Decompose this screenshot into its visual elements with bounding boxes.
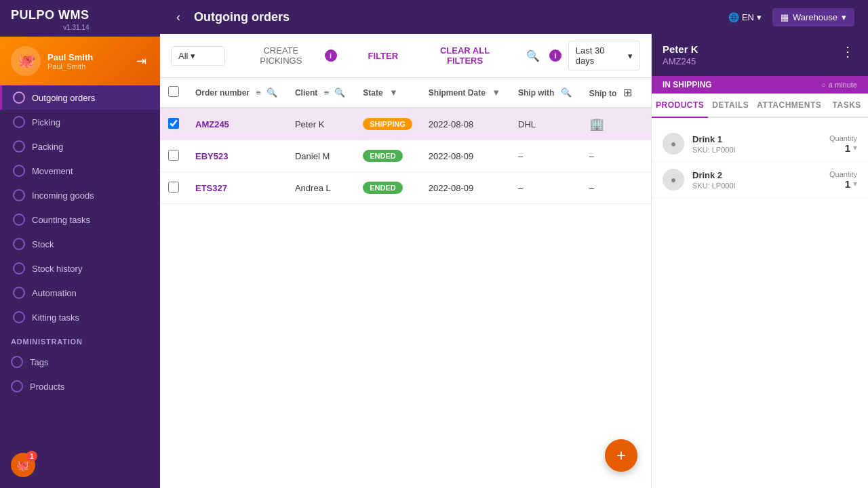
sidebar-item-tags[interactable]: Tags: [0, 350, 160, 374]
sidebar-item-products[interactable]: Products: [0, 374, 160, 399]
tags-icon: [11, 356, 23, 368]
sidebar-item-outgoing-orders[interactable]: Outgoing orders: [0, 85, 160, 110]
sidebar-item-label-kitting-tasks: Kitting tasks: [32, 312, 79, 323]
bottom-user-avatar[interactable]: 🐙 1: [11, 453, 35, 477]
sidebar-item-stock-history[interactable]: Stock history: [0, 256, 160, 281]
ship-to-cell: –: [581, 140, 642, 172]
date-range-label: Last 30 days: [576, 45, 625, 66]
sidebar-nav: Outgoing orders Picking Packing Movement…: [0, 85, 160, 329]
table-row[interactable]: ETS327 Andrea L ENDED 2022-08-09 – – ⋮: [160, 172, 651, 204]
row-checkbox-cell: [160, 172, 187, 204]
product-item: ● Drink 2 SKU: LP000I Quantity 1 ▾: [652, 162, 868, 198]
sidebar-item-packing[interactable]: Packing: [0, 134, 160, 159]
status-time: ○ a minute: [821, 81, 857, 89]
warehouse-icon: ▦: [781, 12, 789, 22]
sidebar-item-label-stock-history: Stock history: [32, 264, 82, 274]
create-pickings-button[interactable]: CREATE PICKINGS i: [232, 41, 347, 70]
clear-filters-button[interactable]: CLEAR ALL FILTERS: [413, 41, 517, 70]
col-header-order-number: Order number ≡ 🔍: [187, 78, 287, 108]
globe-icon: 🌐: [728, 12, 739, 22]
detail-tab-details[interactable]: DETAILS: [708, 94, 753, 118]
filter-dropdown[interactable]: All ▾: [171, 46, 225, 66]
sidebar-item-kitting-tasks[interactable]: Kitting tasks: [0, 305, 160, 329]
select-all-header: [160, 78, 187, 108]
sidebar-item-counting-tasks[interactable]: Counting tasks: [0, 207, 160, 232]
app-title: PULPO WMS: [11, 8, 90, 22]
lang-label: EN: [742, 12, 754, 22]
admin-section-label: Administration: [0, 329, 160, 350]
product-qty-section-0: Quantity 1 ▾: [829, 134, 857, 154]
add-fab-button[interactable]: +: [605, 439, 637, 472]
qty-label-0: Quantity: [829, 134, 857, 142]
product-info-1: Drink 2 SKU: LP000I: [692, 170, 821, 190]
sidebar-item-label-stock: Stock: [32, 239, 54, 249]
ship-with-cell: DHL: [510, 108, 581, 140]
warehouse-chevron: ▾: [842, 12, 846, 22]
client-cell: Daniel M: [287, 140, 355, 172]
logout-button[interactable]: ⇥: [134, 51, 149, 71]
table-row[interactable]: AMZ245 Peter K SHIPPING 2022-08-08 DHL 🏢…: [160, 108, 651, 140]
row-checkbox[interactable]: [168, 118, 179, 129]
outgoing-orders-icon: [13, 92, 25, 104]
filter-dropdown-chevron: ▾: [191, 51, 195, 61]
sidebar-item-label-incoming-goods: Incoming goods: [32, 190, 94, 201]
filter-button[interactable]: FILTER: [360, 47, 407, 65]
filter-all-label: All: [178, 51, 188, 61]
col-header-shipment-date: Shipment Date ▼: [420, 78, 510, 108]
columns-config-icon[interactable]: ⊞: [622, 85, 633, 100]
state-cell: ENDED: [355, 172, 420, 204]
sidebar-item-label-products: Products: [30, 382, 64, 392]
row-actions-cell: ⋮: [642, 108, 651, 140]
sidebar-item-automation[interactable]: Automation: [0, 281, 160, 305]
product-qty-section-1: Quantity 1 ▾: [829, 170, 857, 190]
client-col-icons: ≡ 🔍: [323, 86, 347, 99]
detail-tabs: PRODUCTSDETAILSATTACHMENTSTASKS: [652, 94, 868, 118]
row-checkbox[interactable]: [168, 182, 179, 192]
language-selector[interactable]: 🌐 EN ▾: [728, 12, 762, 22]
product-avatar-0: ●: [663, 133, 684, 155]
toolbar-info-icon[interactable]: i: [549, 49, 561, 62]
sidebar-item-movement[interactable]: Movement: [0, 159, 160, 183]
select-all-checkbox[interactable]: [168, 86, 179, 97]
back-button[interactable]: ‹: [174, 7, 183, 27]
qty-chevron-0[interactable]: ▾: [853, 143, 857, 152]
shipdate-sort-icon[interactable]: ▼: [490, 86, 502, 99]
detail-tab-products[interactable]: PRODUCTS: [652, 94, 708, 118]
row-checkbox-cell: [160, 108, 187, 140]
order-number-search-icon[interactable]: 🔍: [265, 86, 279, 99]
ship-to-cell: 🏢: [581, 108, 642, 140]
client-cell: Andrea L: [287, 172, 355, 204]
detail-header: Peter K AMZ245 ⋮: [652, 34, 868, 76]
page-title: Outgoing orders: [194, 10, 717, 24]
user-section: 🐙 Paul Smith Paul_Smith ⇥: [0, 37, 160, 85]
orders-panel: All ▾ CREATE PICKINGS i FILTER CLEAR ALL…: [160, 34, 651, 488]
detail-menu-button[interactable]: ⋮: [838, 43, 857, 60]
user-info: Paul Smith Paul_Smith: [47, 52, 127, 70]
shipment-date-cell: 2022-08-08: [420, 108, 510, 140]
order-number-col-icons: ≡ 🔍: [254, 86, 279, 99]
table-row[interactable]: EBY523 Daniel M ENDED 2022-08-09 – – ⋮: [160, 140, 651, 172]
date-range-selector[interactable]: Last 30 days ▾: [568, 41, 640, 70]
qty-chevron-1[interactable]: ▾: [853, 179, 857, 188]
client-search-icon[interactable]: 🔍: [333, 86, 347, 99]
sidebar-item-stock[interactable]: Stock: [0, 232, 160, 256]
detail-tab-attachments[interactable]: ATTACHMENTS: [753, 94, 825, 118]
product-sku-1: SKU: LP000I: [692, 182, 821, 190]
state-filter-icon[interactable]: ▼: [388, 86, 399, 99]
warehouse-selector[interactable]: ▦ Warehouse ▾: [772, 8, 854, 26]
building-icon: 🏢: [589, 117, 604, 131]
client-sort-icon[interactable]: ≡: [323, 86, 331, 99]
shipment-date-cell: 2022-08-09: [420, 172, 510, 204]
row-checkbox[interactable]: [168, 150, 179, 161]
table-header-row: Order number ≡ 🔍 Client ≡ 🔍: [160, 78, 651, 108]
detail-order-id: AMZ245: [663, 56, 698, 66]
detail-tab-tasks[interactable]: TASKS: [825, 94, 868, 118]
search-button[interactable]: 🔍: [524, 47, 542, 65]
row-checkbox-cell: [160, 140, 187, 172]
packing-icon: [13, 140, 25, 152]
order-number-sort-icon[interactable]: ≡: [254, 86, 262, 99]
sidebar-item-incoming-goods[interactable]: Incoming goods: [0, 183, 160, 207]
sidebar-item-picking[interactable]: Picking: [0, 110, 160, 134]
orders-list: Order number ≡ 🔍 Client ≡ 🔍: [160, 78, 651, 204]
shipwith-search-icon[interactable]: 🔍: [559, 86, 573, 99]
